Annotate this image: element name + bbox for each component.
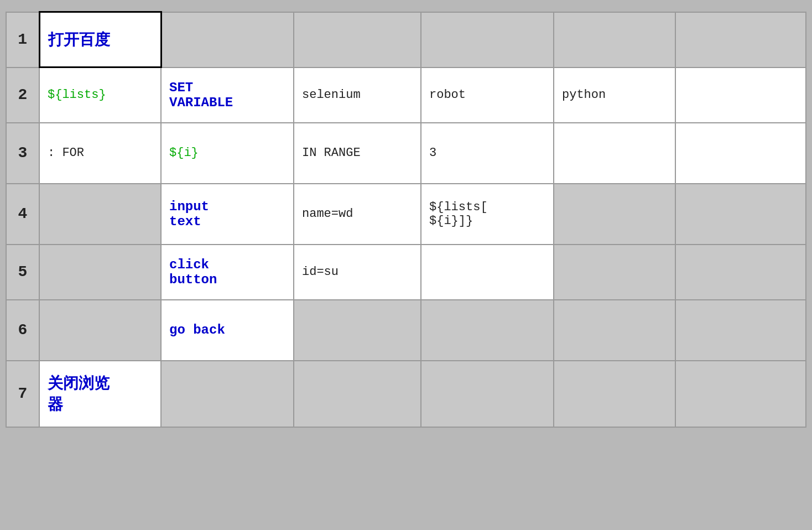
cell-text-r5-c3: id=su (302, 265, 339, 279)
cell-text-r4-c3: name=wd (302, 207, 353, 221)
cell-r2-c1[interactable]: ${lists} (39, 67, 161, 123)
cell-text-r3-c3: IN RANGE (302, 146, 361, 160)
cell-r6-c6[interactable] (675, 300, 806, 361)
table-row[interactable]: 5clickbuttonid=su (6, 245, 806, 300)
cell-r5-c3[interactable]: id=su (294, 245, 421, 300)
cell-r5-c6[interactable] (675, 245, 806, 300)
cell-text-r2-c5: python (562, 88, 606, 102)
cell-text-r2-c2: SETVARIABLE (169, 80, 233, 110)
table-row[interactable]: 4inputtextname=wd${lists[${i}]} (6, 184, 806, 245)
cell-r7-c5[interactable] (554, 361, 675, 427)
table-row[interactable]: 2${lists}SETVARIABLEseleniumrobotpython (6, 67, 806, 123)
cell-text-r3-c2: ${i} (169, 146, 199, 160)
row-number: 1 (6, 12, 39, 67)
cell-r2-c3[interactable]: selenium (294, 67, 421, 123)
cell-r1-c4[interactable] (421, 12, 554, 67)
cell-r2-c5[interactable]: python (554, 67, 675, 123)
cell-r6-c3[interactable] (294, 300, 421, 361)
cell-r6-c4[interactable] (421, 300, 554, 361)
cell-text-r6-c2: go back (169, 323, 225, 337)
cell-text-r1-c1: 打开百度 (48, 31, 110, 48)
cell-r3-c4[interactable]: 3 (421, 123, 554, 184)
cell-r5-c5[interactable] (554, 245, 675, 300)
cell-r3-c1[interactable]: : FOR (39, 123, 161, 184)
cell-r5-c1[interactable] (39, 245, 161, 300)
cell-r3-c6[interactable] (675, 123, 806, 184)
table-row[interactable]: 1打开百度 (6, 12, 806, 67)
table-row[interactable]: 3: FOR${i}IN RANGE3 (6, 123, 806, 184)
cell-text-r4-c4: ${lists[${i}]} (429, 200, 488, 228)
cell-r1-c5[interactable] (554, 12, 675, 67)
cell-r4-c3[interactable]: name=wd (294, 184, 421, 245)
cell-r4-c1[interactable] (39, 184, 161, 245)
cell-r2-c6[interactable] (675, 67, 806, 123)
cell-r4-c4[interactable]: ${lists[${i}]} (421, 184, 554, 245)
cell-r6-c5[interactable] (554, 300, 675, 361)
cell-text-r4-c2: inputtext (169, 199, 209, 229)
table-row[interactable]: 7关闭浏览器 (6, 361, 806, 427)
row-number: 7 (6, 361, 39, 427)
cell-r7-c6[interactable] (675, 361, 806, 427)
cell-r4-c5[interactable] (554, 184, 675, 245)
row-number: 2 (6, 67, 39, 123)
cell-r2-c2[interactable]: SETVARIABLE (161, 67, 294, 123)
cell-r1-c2[interactable] (161, 12, 294, 67)
row-number: 4 (6, 184, 39, 245)
cell-text-r2-c3: selenium (302, 88, 361, 102)
cell-text-r3-c1: : FOR (48, 146, 84, 160)
cell-r1-c1[interactable]: 打开百度 (39, 12, 161, 67)
cell-text-r3-c4: 3 (429, 146, 436, 160)
cell-r2-c4[interactable]: robot (421, 67, 554, 123)
code-table: 1打开百度2${lists}SETVARIABLEseleniumrobotpy… (6, 11, 806, 428)
main-container: 1打开百度2${lists}SETVARIABLEseleniumrobotpy… (0, 0, 812, 530)
cell-r6-c2[interactable]: go back (161, 300, 294, 361)
cell-r4-c2[interactable]: inputtext (161, 184, 294, 245)
cell-r7-c4[interactable] (421, 361, 554, 427)
cell-r6-c1[interactable] (39, 300, 161, 361)
cell-r7-c1[interactable]: 关闭浏览器 (39, 361, 161, 427)
cell-text-r5-c2: clickbutton (169, 257, 217, 287)
cell-r3-c5[interactable] (554, 123, 675, 184)
cell-r3-c2[interactable]: ${i} (161, 123, 294, 184)
cell-r4-c6[interactable] (675, 184, 806, 245)
cell-text-r2-c1: ${lists} (48, 88, 106, 102)
cell-r1-c6[interactable] (675, 12, 806, 67)
cell-r7-c2[interactable] (161, 361, 294, 427)
cell-text-r2-c4: robot (429, 88, 466, 102)
cell-r5-c4[interactable] (421, 245, 554, 300)
cell-r1-c3[interactable] (294, 12, 421, 67)
table-row[interactable]: 6go back (6, 300, 806, 361)
cell-text-r7-c1: 关闭浏览器 (48, 375, 110, 413)
row-number: 6 (6, 300, 39, 361)
cell-r7-c3[interactable] (294, 361, 421, 427)
row-number: 3 (6, 123, 39, 184)
cell-r5-c2[interactable]: clickbutton (161, 245, 294, 300)
cell-r3-c3[interactable]: IN RANGE (294, 123, 421, 184)
row-number: 5 (6, 245, 39, 300)
